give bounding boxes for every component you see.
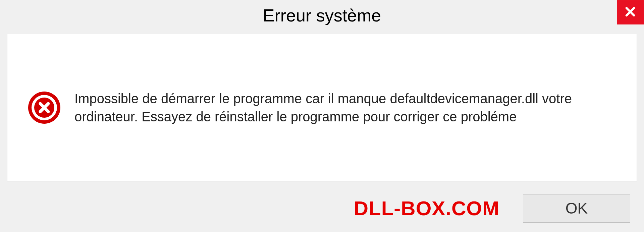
error-message: Impossible de démarrer le programme car … (74, 90, 616, 126)
dialog-title: Erreur système (263, 5, 381, 25)
watermark-text: DLL-BOX.COM (354, 197, 499, 220)
titlebar: Erreur système (0, 0, 644, 31)
error-dialog: Erreur système Impossible de démarrer le… (0, 0, 644, 232)
error-icon (28, 91, 61, 124)
close-button[interactable] (617, 0, 644, 24)
content-panel: Impossible de démarrer le programme car … (7, 34, 637, 181)
close-icon (624, 5, 637, 19)
dialog-footer: DLL-BOX.COM OK (0, 185, 644, 232)
ok-button[interactable]: OK (523, 194, 630, 223)
ok-button-label: OK (566, 199, 588, 217)
